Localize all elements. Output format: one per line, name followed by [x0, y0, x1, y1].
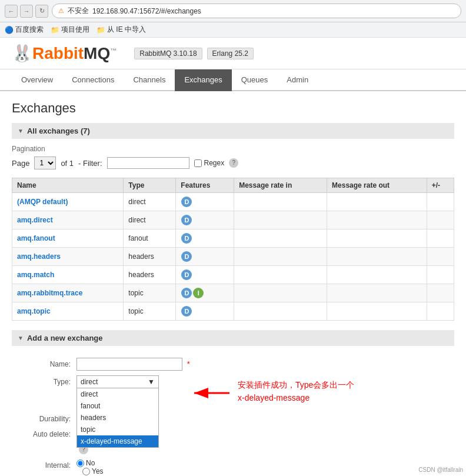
option-fanout[interactable]: fanout [77, 400, 158, 412]
col-name: Name [12, 178, 124, 193]
filter-label: - Filter: [78, 159, 102, 168]
exchange-name[interactable]: amq.rabbitmq.trace [12, 284, 124, 302]
name-label: Name: [12, 358, 76, 368]
erlang-version: Erlang 25.2 [207, 48, 254, 59]
regex-checkbox[interactable] [194, 159, 202, 167]
filter-input[interactable] [107, 157, 189, 169]
internal-yes[interactable]: Yes [82, 467, 454, 475]
exchange-features: D [176, 302, 234, 321]
bookmark-ie[interactable]: 📁 从 IE 中导入 [96, 25, 146, 35]
version-badges: RabbitMQ 3.10.18 Erlang 25.2 [134, 48, 254, 59]
rate-in [234, 211, 327, 229]
exchange-actions [427, 266, 454, 284]
content-area: Exchanges ▼ All exchanges (7) Pagination… [0, 91, 466, 476]
rate-in [234, 193, 327, 211]
exchange-type: headers [124, 248, 176, 266]
exchange-type: direct [124, 211, 176, 229]
bookmark-project[interactable]: 📁 项目使用 [51, 25, 89, 35]
browser-chrome: ← → ↻ ⚠ 不安全 192.168.90.47:15672/#/exchan… [0, 0, 466, 22]
option-direct[interactable]: direct [77, 388, 158, 400]
type-label: Type: [12, 375, 76, 386]
exchange-name[interactable]: (AMQP default) [12, 193, 124, 211]
logo-icon: 🐰 [12, 44, 32, 63]
table-row[interactable]: amq.directdirectD [12, 211, 454, 229]
nav-channels[interactable]: Channels [124, 69, 175, 91]
regex-help[interactable]: ? [229, 158, 238, 168]
red-arrow-container: 安装插件成功，Type会多出一个 x-delayed-message [188, 378, 354, 408]
bookmarks-bar: 🔵 百度搜索 📁 项目使用 📁 从 IE 中导入 [0, 22, 466, 38]
refresh-button[interactable]: ↻ [35, 5, 48, 18]
dropdown-arrow: ▼ [148, 378, 155, 386]
internal-no-radio[interactable] [76, 460, 84, 467]
folder-icon: 📁 [51, 26, 59, 34]
option-topic[interactable]: topic [77, 424, 158, 435]
browser-nav-buttons[interactable]: ← → ↻ [5, 5, 48, 18]
nav-exchanges[interactable]: Exchanges [175, 69, 231, 91]
rate-out [327, 266, 427, 284]
rate-out [327, 248, 427, 266]
exchange-type: headers [124, 266, 176, 284]
table-row[interactable]: amq.headersheadersD [12, 248, 454, 266]
internal-yes-radio[interactable] [82, 468, 90, 475]
exchange-type: fanout [124, 229, 176, 248]
watermark: CSDN @itfallrain [418, 467, 463, 473]
exchange-name[interactable]: amq.direct [12, 211, 124, 229]
type-dropdown-list: direct fanout headers topic x-delayed-me… [76, 388, 159, 448]
all-exchanges-title: All exchanges (7) [27, 127, 90, 135]
name-input[interactable] [76, 358, 182, 371]
type-control: direct ▼ direct fanout headers topic x-d… [76, 375, 454, 408]
annotation-text: 安装插件成功，Type会多出一个 x-delayed-message [238, 378, 354, 405]
type-select[interactable]: direct ▼ [76, 375, 159, 388]
add-exchange-header[interactable]: ▼ Add a new exchange [12, 330, 454, 346]
rate-out [327, 193, 427, 211]
nav-admin[interactable]: Admin [277, 69, 318, 91]
table-row[interactable]: amq.matchheadersD [12, 266, 454, 284]
annotation-area: 安装插件成功，Type会多出一个 x-delayed-message [188, 358, 354, 408]
option-headers[interactable]: headers [77, 412, 158, 424]
form-row-internal: Internal: No Yes ? [12, 459, 454, 476]
exchange-name[interactable]: amq.topic [12, 302, 124, 321]
exchange-actions [427, 302, 454, 321]
page-title: Exchanges [12, 101, 454, 116]
nav-queues[interactable]: Queues [232, 69, 278, 91]
rate-in [234, 266, 327, 284]
internal-no[interactable]: No [76, 459, 454, 467]
url-text: 192.168.90.47:15672/#/exchanges [92, 7, 201, 15]
back-button[interactable]: ← [5, 5, 18, 18]
nav-connections[interactable]: Connections [62, 69, 124, 91]
internal-label: Internal: [12, 459, 76, 470]
forward-button[interactable]: → [20, 5, 33, 18]
pagination-label: Pagination [12, 145, 454, 153]
logo: 🐰 RabbitMQ™ [12, 44, 116, 63]
table-row[interactable]: amq.fanoutfanoutD [12, 229, 454, 248]
durability-label: Durability: [12, 412, 76, 423]
option-x-delayed-message[interactable]: x-delayed-message [77, 435, 158, 447]
rate-out [327, 302, 427, 321]
exchange-type: direct [124, 193, 176, 211]
exchange-name[interactable]: amq.match [12, 266, 124, 284]
type-dropdown-container: direct ▼ direct fanout headers topic x-d… [76, 375, 159, 388]
all-exchanges-header[interactable]: ▼ All exchanges (7) [12, 123, 454, 139]
address-bar[interactable]: ⚠ 不安全 192.168.90.47:15672/#/exchanges [52, 4, 461, 18]
page-label: Page [12, 159, 29, 168]
exchange-actions [427, 248, 454, 266]
insecure-icon: ⚠ [58, 7, 64, 15]
form-row-type: Type: direct ▼ direct fanout headers top… [12, 375, 454, 408]
col-actions: +/- [427, 178, 454, 193]
add-exchange-form: Name: * Type: direct ▼ direct [12, 352, 454, 476]
bookmark-baidu[interactable]: 🔵 百度搜索 [5, 25, 44, 35]
exchange-type: topic [124, 284, 176, 302]
exchange-name[interactable]: amq.headers [12, 248, 124, 266]
table-row[interactable]: (AMQP default)directD [12, 193, 454, 211]
arrow-svg [188, 378, 235, 408]
rate-out [327, 284, 427, 302]
exchange-features: D [176, 229, 234, 248]
col-features: Features [176, 178, 234, 193]
exchange-name[interactable]: amq.fanout [12, 229, 124, 248]
app-header: 🐰 RabbitMQ™ RabbitMQ 3.10.18 Erlang 25.2 [0, 38, 466, 69]
page-select[interactable]: 1 [34, 157, 56, 169]
collapse-triangle: ▼ [18, 128, 24, 134]
nav-overview[interactable]: Overview [12, 69, 62, 91]
table-row[interactable]: amq.rabbitmq.tracetopicDI [12, 284, 454, 302]
table-row[interactable]: amq.topictopicD [12, 302, 454, 321]
